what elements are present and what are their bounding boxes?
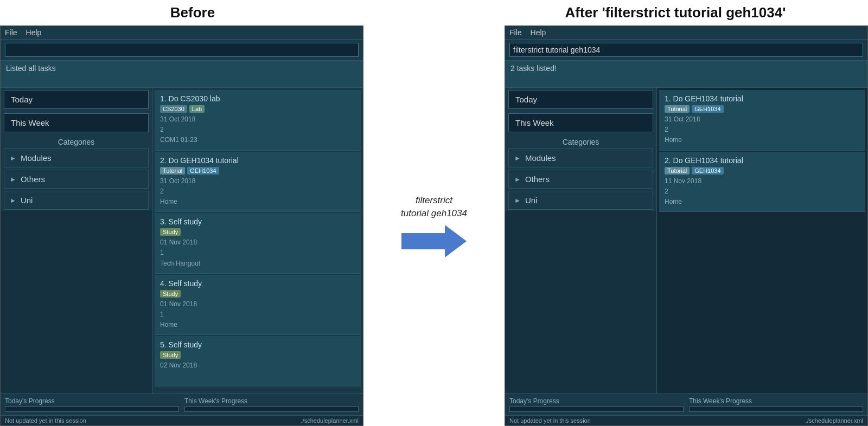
after-bottom-right: ./scheduleplanner.xml: [806, 417, 863, 424]
after-menu-help[interactable]: Help: [531, 28, 546, 37]
before-task-list: 1. Do CS2030 lab CS2030Lab 31 Oct 20182C…: [152, 88, 363, 393]
task-tags: TutorialGEH1034: [665, 105, 860, 113]
task-item: 1. Do CS2030 lab CS2030Lab 31 Oct 20182C…: [155, 90, 361, 151]
task-tags: Study: [160, 351, 355, 359]
before-today-btn[interactable]: Today: [4, 90, 149, 109]
after-bottom-left: Not updated yet in this session: [509, 417, 591, 424]
after-task-list: 1. Do GEH1034 tutorial TutorialGEH1034 3…: [657, 88, 867, 393]
before-week-progress-label: This Week's Progress: [184, 397, 359, 405]
after-modules-label: Modules: [525, 153, 556, 163]
after-sidebar: Today This Week Categories ► Modules ► O…: [505, 88, 657, 393]
after-uni-category[interactable]: ► Uni: [508, 191, 653, 210]
before-thisweek-btn[interactable]: This Week: [4, 113, 149, 132]
before-menu-bar: File Help: [1, 26, 363, 40]
after-title: After 'filterstrict tutorial geh1034': [505, 4, 846, 21]
task-tags: TutorialGEH1034: [160, 167, 355, 175]
before-week-progress: This Week's Progress: [184, 397, 359, 412]
task-title: 2. Do GEH1034 tutorial: [665, 156, 860, 165]
after-week-progress-label: This Week's Progress: [689, 397, 863, 405]
task-title: 1. Do GEH1034 tutorial: [665, 94, 860, 103]
task-item: 2. Do GEH1034 tutorial TutorialGEH1034 3…: [155, 152, 361, 212]
before-status-bar: Listed all tasks: [1, 61, 363, 88]
tag: Lab: [189, 105, 205, 113]
before-others-chevron: ►: [10, 176, 16, 183]
svg-marker-0: [401, 225, 467, 257]
before-today-progress: Today's Progress: [5, 397, 179, 412]
before-status-text: Listed all tasks: [6, 64, 358, 73]
before-others-label: Others: [21, 175, 45, 184]
task-meta: 11 Nov 20182Home: [665, 176, 860, 208]
before-week-progress-bar: [184, 406, 359, 412]
tag: GEH1034: [187, 167, 219, 175]
task-item: 1. Do GEH1034 tutorial TutorialGEH1034 3…: [659, 90, 865, 151]
before-bottom-status: Not updated yet in this session ./schedu…: [1, 415, 363, 425]
after-bottom-status: Not updated yet in this session ./schedu…: [505, 415, 867, 425]
after-thisweek-btn[interactable]: This Week: [508, 113, 653, 132]
after-others-category[interactable]: ► Others: [508, 170, 653, 189]
before-menu-help[interactable]: Help: [26, 28, 42, 37]
task-title: 1. Do CS2030 lab: [160, 94, 355, 103]
before-panel: File Help Listed all tasks Today This We…: [0, 25, 363, 426]
after-modules-category[interactable]: ► Modules: [508, 149, 653, 167]
arrow-text: filterstricttutorial geh1034: [401, 194, 467, 220]
task-item: 4. Self study Study 01 Nov 20181Home: [155, 275, 361, 335]
tag: GEH1034: [692, 167, 723, 175]
task-title: 2. Do GEH1034 tutorial: [160, 156, 355, 165]
tag: Tutorial: [665, 105, 690, 113]
before-sidebar: Today This Week Categories ► Modules ► O…: [1, 88, 152, 393]
before-bottom-right: ./scheduleplanner.xml: [301, 417, 359, 424]
after-command-row: [505, 40, 867, 61]
task-meta: 01 Nov 20181Home: [160, 299, 355, 331]
after-panel: File Help 2 tasks listed! Today This Wee…: [505, 25, 868, 426]
before-today-progress-bar: [5, 406, 179, 412]
task-title: 3. Self study: [160, 217, 355, 226]
after-uni-chevron: ►: [514, 197, 521, 204]
after-command-input[interactable]: [509, 43, 863, 57]
after-week-progress-bar: [689, 406, 863, 412]
after-status-bar: 2 tasks listed!: [505, 61, 867, 88]
task-meta: 31 Oct 20182COM1 01-23: [160, 114, 355, 146]
before-categories-label: Categories: [1, 134, 152, 147]
after-today-progress: Today's Progress: [509, 397, 684, 412]
right-arrow-icon: [401, 225, 467, 257]
arrow-section: filterstricttutorial geh1034: [363, 25, 505, 426]
task-tags: Study: [160, 228, 355, 236]
before-uni-chevron: ►: [10, 197, 16, 204]
after-status-text: 2 tasks listed!: [510, 64, 862, 73]
before-uni-label: Uni: [21, 196, 33, 205]
before-modules-category[interactable]: ► Modules: [4, 149, 149, 167]
before-today-progress-label: Today's Progress: [5, 397, 179, 405]
after-today-progress-bar: [509, 406, 684, 412]
before-modules-label: Modules: [21, 153, 52, 163]
task-meta: 31 Oct 20182Home: [665, 114, 860, 146]
task-item: 2. Do GEH1034 tutorial TutorialGEH1034 1…: [659, 152, 865, 212]
before-modules-chevron: ►: [10, 154, 16, 162]
task-item: 5. Self study Study 02 Nov 2018: [155, 336, 361, 386]
tag: GEH1034: [692, 105, 723, 113]
tag: Tutorial: [665, 167, 690, 175]
before-uni-category[interactable]: ► Uni: [4, 191, 149, 210]
after-categories-label: Categories: [505, 134, 656, 147]
after-week-progress: This Week's Progress: [689, 397, 863, 412]
before-command-input[interactable]: [5, 43, 359, 57]
task-meta: 31 Oct 20182Home: [160, 176, 355, 208]
task-tags: TutorialGEH1034: [665, 167, 860, 175]
after-modules-chevron: ►: [514, 154, 521, 162]
task-title: 4. Self study: [160, 279, 355, 288]
tag: CS2030: [160, 105, 187, 113]
task-tags: Study: [160, 290, 355, 298]
after-progress-section: Today's Progress This Week's Progress: [505, 393, 867, 415]
after-menu-bar: File Help: [505, 26, 867, 40]
after-uni-label: Uni: [525, 196, 538, 205]
tag: Study: [160, 351, 181, 359]
before-others-category[interactable]: ► Others: [4, 170, 149, 189]
before-menu-file[interactable]: File: [5, 28, 17, 37]
after-today-btn[interactable]: Today: [508, 90, 653, 109]
task-tags: CS2030Lab: [160, 105, 355, 113]
task-meta: 01 Nov 20181Tech Hangout: [160, 237, 355, 269]
before-title: Before: [22, 4, 363, 21]
after-today-progress-label: Today's Progress: [509, 397, 684, 405]
task-title: 5. Self study: [160, 340, 355, 349]
task-item: 3. Self study Study 01 Nov 20181Tech Han…: [155, 213, 361, 274]
after-menu-file[interactable]: File: [509, 28, 522, 37]
